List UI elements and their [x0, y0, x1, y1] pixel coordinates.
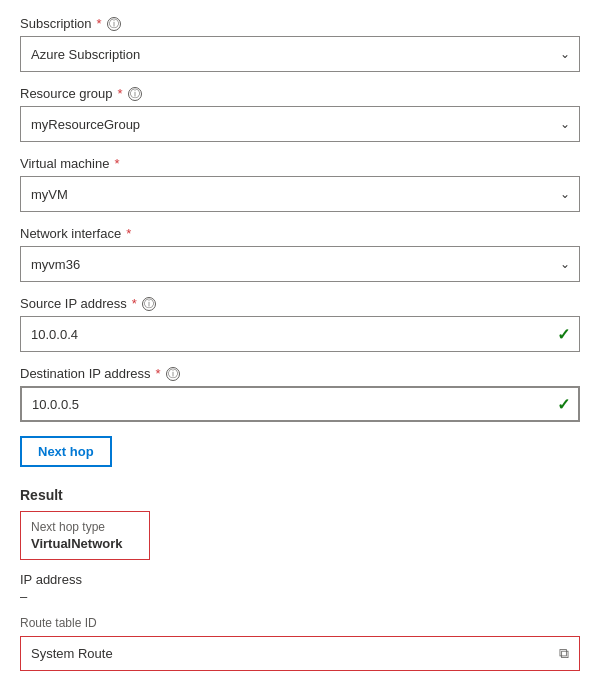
subscription-dropdown-wrapper: Azure Subscription ⌄ [20, 36, 580, 72]
copy-icon[interactable]: ⧉ [559, 645, 569, 662]
virtual-machine-label-text: Virtual machine [20, 156, 109, 171]
destination-ip-input[interactable] [20, 386, 580, 422]
subscription-required-star: * [97, 16, 102, 31]
ip-address-section: IP address – [20, 572, 580, 604]
route-table-label: Route table ID [20, 616, 580, 630]
resource-group-label: Resource group * ⓘ [20, 86, 580, 101]
virtual-machine-select[interactable]: myVM [20, 176, 580, 212]
route-table-container: Route table ID System Route ⧉ [20, 616, 580, 671]
source-ip-input[interactable] [20, 316, 580, 352]
source-ip-info-icon[interactable]: ⓘ [142, 297, 156, 311]
resource-group-info-icon[interactable]: ⓘ [128, 87, 142, 101]
source-ip-required-star: * [132, 296, 137, 311]
subscription-field: Subscription * ⓘ Azure Subscription ⌄ [20, 16, 580, 72]
source-ip-field: Source IP address * ⓘ ✓ [20, 296, 580, 352]
subscription-label: Subscription * ⓘ [20, 16, 580, 31]
subscription-info-icon[interactable]: ⓘ [107, 17, 121, 31]
route-table-box: System Route ⧉ [20, 636, 580, 671]
subscription-select[interactable]: Azure Subscription [20, 36, 580, 72]
resource-group-label-text: Resource group [20, 86, 113, 101]
next-hop-type-value: VirtualNetwork [31, 536, 139, 551]
result-title: Result [20, 487, 580, 503]
resource-group-required-star: * [118, 86, 123, 101]
result-section: Result Next hop type VirtualNetwork IP a… [20, 487, 580, 671]
next-hop-type-label: Next hop type [31, 520, 139, 534]
route-table-value: System Route [31, 646, 113, 661]
virtual-machine-label: Virtual machine * [20, 156, 580, 171]
virtual-machine-required-star: * [114, 156, 119, 171]
network-interface-select[interactable]: myvm36 [20, 246, 580, 282]
subscription-label-text: Subscription [20, 16, 92, 31]
network-interface-label: Network interface * [20, 226, 580, 241]
source-ip-input-wrapper: ✓ [20, 316, 580, 352]
destination-ip-input-wrapper: ✓ [20, 386, 580, 422]
source-ip-valid-icon: ✓ [557, 325, 570, 344]
source-ip-label-text: Source IP address [20, 296, 127, 311]
next-hop-type-box: Next hop type VirtualNetwork [20, 511, 150, 560]
destination-ip-required-star: * [156, 366, 161, 381]
resource-group-field: Resource group * ⓘ myResourceGroup ⌄ [20, 86, 580, 142]
network-interface-label-text: Network interface [20, 226, 121, 241]
ip-address-value: – [20, 589, 580, 604]
ip-address-label: IP address [20, 572, 580, 587]
resource-group-dropdown-wrapper: myResourceGroup ⌄ [20, 106, 580, 142]
virtual-machine-field: Virtual machine * myVM ⌄ [20, 156, 580, 212]
virtual-machine-dropdown-wrapper: myVM ⌄ [20, 176, 580, 212]
next-hop-button[interactable]: Next hop [20, 436, 112, 467]
network-interface-required-star: * [126, 226, 131, 241]
network-interface-dropdown-wrapper: myvm36 ⌄ [20, 246, 580, 282]
destination-ip-info-icon[interactable]: ⓘ [166, 367, 180, 381]
destination-ip-valid-icon: ✓ [557, 395, 570, 414]
destination-ip-field: Destination IP address * ⓘ ✓ [20, 366, 580, 422]
source-ip-label: Source IP address * ⓘ [20, 296, 580, 311]
resource-group-select[interactable]: myResourceGroup [20, 106, 580, 142]
destination-ip-label-text: Destination IP address [20, 366, 151, 381]
destination-ip-label: Destination IP address * ⓘ [20, 366, 580, 381]
network-interface-field: Network interface * myvm36 ⌄ [20, 226, 580, 282]
